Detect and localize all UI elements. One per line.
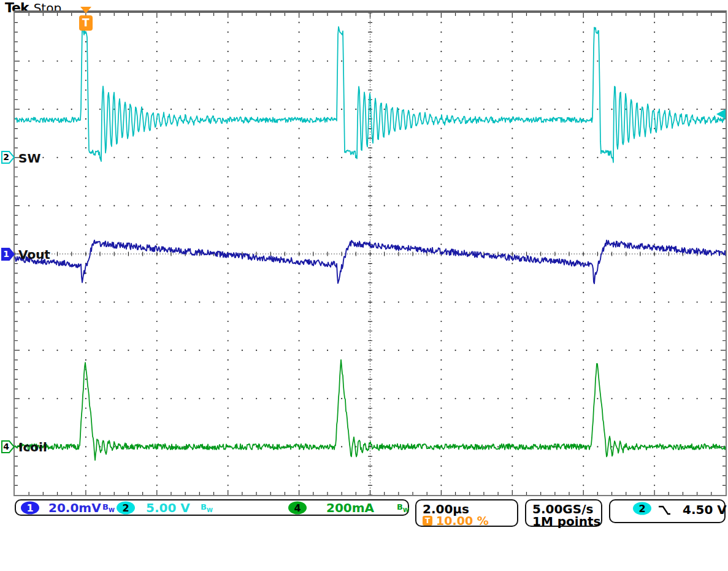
trace-label-sw: SW xyxy=(18,151,40,166)
ch1-marker-digit: 1 xyxy=(1,248,11,261)
trigger-position-badge[interactable]: T xyxy=(79,15,93,31)
ch4-zero-marker[interactable]: 4 xyxy=(1,440,15,453)
ch1-zero-marker[interactable]: 1 xyxy=(1,248,15,261)
graticule-and-traces xyxy=(15,13,726,495)
ch2-badge[interactable]: 2 xyxy=(117,501,135,514)
ch2-bandwidth-limit-icon: BW xyxy=(201,502,213,513)
trace-label-vout: Vout xyxy=(18,247,50,262)
trigger-source-badge[interactable]: 2 xyxy=(633,502,651,515)
ch1-badge[interactable]: 1 xyxy=(21,501,39,514)
falling-edge-icon xyxy=(658,505,672,518)
ch4-marker-digit: 4 xyxy=(1,440,11,453)
trigger-box[interactable]: 2 4.50 V xyxy=(609,499,726,523)
ch2-zero-marker[interactable]: 2 xyxy=(1,151,15,164)
ch2-scale-readout: 5.00 V xyxy=(146,500,190,515)
trigger-position-arrow-icon[interactable] xyxy=(80,7,91,13)
ch1-bandwidth-limit-icon: BW xyxy=(102,502,115,513)
trigger-t-icon: T xyxy=(423,516,432,526)
ch4-badge[interactable]: 4 xyxy=(288,501,307,514)
ch1-scale-readout: 20.0mV xyxy=(48,500,101,515)
trigger-position-readout: T10.00 % xyxy=(423,514,489,525)
trigger-level-arrow-icon[interactable] xyxy=(716,109,726,119)
trace-label-icoil: Icoil xyxy=(18,440,47,454)
record-length-readout: 1M points xyxy=(532,514,600,529)
ch4-bandwidth-limit-icon: BW xyxy=(397,502,409,513)
timebase-box[interactable]: 2.00µs T10.00 % xyxy=(415,499,518,527)
channel-readouts-box[interactable]: 1 20.0mV BW 2 5.00 V BW 4 200mA BW xyxy=(15,499,409,516)
oscilloscope-app: TekStop SW Vout Icoil T 2 1 4 1 20.0mV B… xyxy=(0,0,728,571)
acquisition-box[interactable]: 5.00GS/s 1M points xyxy=(525,499,602,527)
ch2-marker-digit: 2 xyxy=(1,151,11,164)
ch4-scale-readout: 200mA xyxy=(326,500,374,515)
waveform-display: SW Vout Icoil T xyxy=(13,10,727,496)
trigger-level-readout: 4.50 V xyxy=(683,502,727,517)
